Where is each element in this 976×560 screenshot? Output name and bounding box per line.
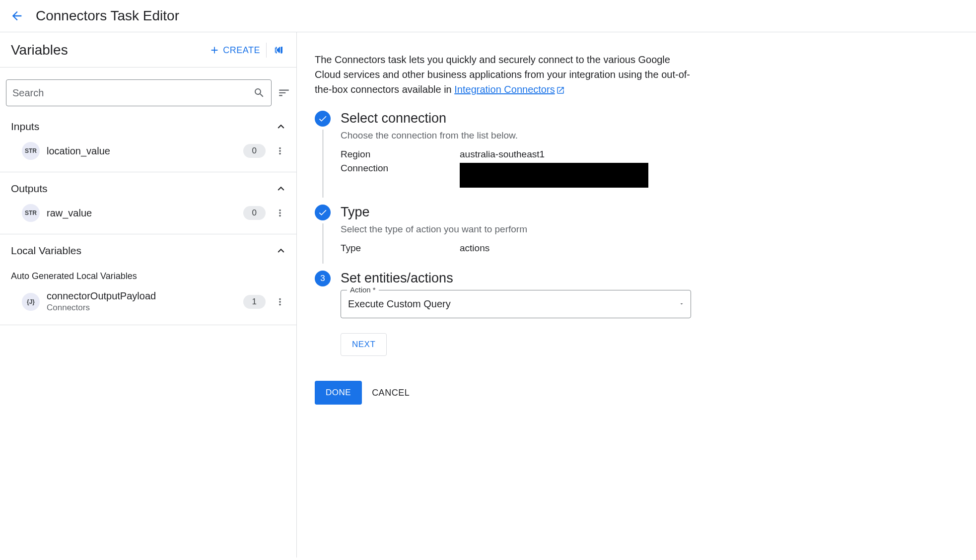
dropdown-arrow-icon (679, 300, 685, 308)
type-badge-str: STR (22, 142, 40, 160)
action-select-label: Action * (347, 285, 379, 294)
step-connector-line (323, 130, 323, 198)
step-title: Select connection (341, 111, 958, 126)
create-button[interactable]: CREATE (209, 45, 260, 56)
step-number-icon: 3 (315, 271, 331, 286)
page-title: Connectors Task Editor (36, 8, 179, 24)
external-link-icon (556, 86, 565, 95)
local-vars-title: Local Variables (11, 245, 81, 257)
step-desc: Choose the connection from the list belo… (341, 130, 958, 141)
variable-name: raw_value (47, 208, 236, 219)
plus-icon (209, 45, 220, 56)
divider (266, 43, 267, 58)
action-select[interactable]: Action * Execute Custom Query (341, 290, 691, 318)
more-vert-icon[interactable] (273, 294, 287, 309)
inputs-section: Inputs STR location_value 0 (0, 110, 296, 172)
type-value: actions (460, 243, 489, 254)
search-icon (253, 87, 265, 99)
main-content: The Connectors task lets you quickly and… (297, 32, 976, 558)
connection-value-redacted (460, 163, 648, 188)
variable-name: connectorOutputPayload (47, 290, 236, 302)
step-connector-line (323, 223, 323, 264)
action-select-value: Execute Custom Query (348, 298, 684, 310)
outputs-title: Outputs (11, 183, 48, 195)
more-vert-icon[interactable] (273, 206, 287, 220)
type-badge-str: STR (22, 204, 40, 222)
next-button[interactable]: NEXT (341, 333, 387, 356)
count-badge: 0 (243, 144, 266, 158)
variable-row[interactable]: STR location_value 0 (11, 137, 290, 162)
type-badge-json: {J} (22, 293, 40, 311)
region-label: Region (341, 149, 460, 160)
variable-subtitle: Connectors (47, 303, 236, 313)
search-input[interactable] (12, 87, 253, 99)
type-label: Type (341, 243, 460, 254)
create-label: CREATE (223, 45, 260, 56)
step-desc: Select the type of action you want to pe… (341, 224, 958, 235)
local-vars-section: Local Variables Auto Generated Local Var… (0, 234, 296, 325)
back-arrow-icon[interactable] (10, 9, 24, 23)
variables-sidebar: Variables CREATE (0, 32, 297, 558)
cancel-button[interactable]: CANCEL (372, 381, 410, 405)
integration-connectors-link[interactable]: Integration Connectors (454, 84, 564, 95)
region-value: australia-southeast1 (460, 149, 545, 160)
step-entities: 3 Set entities/actions Action * Execute … (315, 271, 958, 366)
chevron-up-icon[interactable] (275, 120, 287, 133)
step-title: Set entities/actions (341, 271, 958, 286)
step-type: Type Select the type of action you want … (315, 205, 958, 267)
count-badge: 1 (243, 295, 266, 309)
intro-link-text: Integration Connectors (454, 84, 555, 95)
search-box[interactable] (6, 79, 272, 106)
inputs-title: Inputs (11, 121, 39, 133)
step-check-icon (315, 205, 331, 220)
step-select-connection: Select connection Choose the connection … (315, 111, 958, 201)
step-check-icon (315, 111, 331, 127)
connection-label: Connection (341, 163, 460, 188)
collapse-panel-icon[interactable] (273, 44, 285, 57)
outputs-section: Outputs STR raw_value 0 (0, 172, 296, 234)
filter-icon[interactable] (278, 86, 290, 99)
done-button[interactable]: DONE (315, 381, 362, 405)
more-vert-icon[interactable] (273, 143, 287, 158)
chevron-up-icon[interactable] (275, 182, 287, 195)
variable-row[interactable]: {J} connectorOutputPayload Connectors 1 (11, 285, 290, 315)
count-badge: 0 (243, 206, 266, 220)
auto-gen-title: Auto Generated Local Variables (11, 261, 290, 285)
chevron-up-icon[interactable] (275, 244, 287, 257)
variable-name: location_value (47, 145, 236, 157)
intro-text: The Connectors task lets you quickly and… (315, 52, 692, 97)
variable-row[interactable]: STR raw_value 0 (11, 199, 290, 224)
step-title: Type (341, 205, 958, 220)
sidebar-title: Variables (11, 42, 68, 58)
